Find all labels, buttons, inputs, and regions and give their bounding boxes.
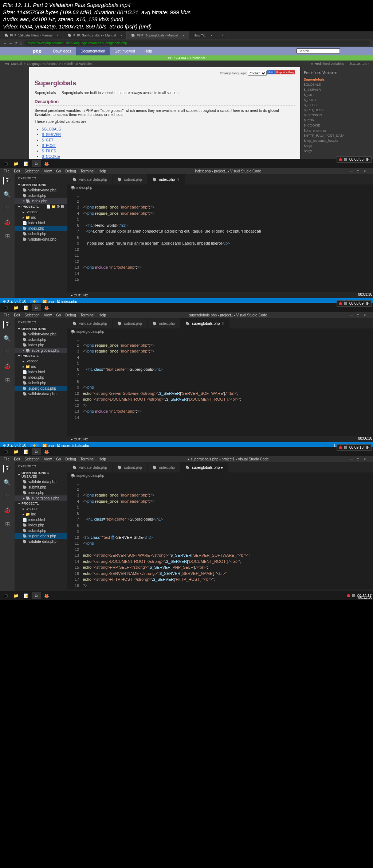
browser-tab[interactable]: 🐘 PHP: Superglobals - Manual× (127, 31, 189, 39)
menu-help[interactable]: Help (140, 47, 157, 55)
editor-tab[interactable]: 🐘 superglobals.php ● (180, 462, 228, 472)
vscode-icon[interactable]: ⧉ (32, 160, 41, 167)
tree-item[interactable]: 🐘 validate-data.php (15, 391, 67, 397)
debug-icon[interactable]: 🐞 (4, 219, 11, 226)
tree-item[interactable]: 🐘 validate-data.php (15, 237, 67, 242)
tree-item[interactable]: 🐘 submit.php (15, 380, 67, 386)
menu-view[interactable]: View (44, 457, 52, 461)
tree-item[interactable]: 🐘 submit.php (15, 528, 67, 533)
menu-documentation[interactable]: Documentation (76, 47, 109, 55)
var-link[interactable]: $_COOKIE (42, 155, 60, 159)
firefox-icon[interactable]: 🦊 (42, 592, 51, 599)
maximize-icon[interactable]: □ (357, 169, 359, 173)
tree-item[interactable]: 🐘 index.php (15, 375, 67, 380)
minimize-icon[interactable]: ─ (350, 457, 353, 461)
tree-item[interactable]: ▸ .vscode (15, 209, 67, 215)
menu-terminal[interactable]: Terminal (81, 169, 94, 173)
editor-tab[interactable]: 🐘 submit.php (113, 462, 148, 472)
menu-edit[interactable]: Edit (14, 313, 20, 317)
menu-selection[interactable]: Selection (24, 457, 39, 461)
menu-terminal[interactable]: Terminal (81, 313, 94, 317)
editor-breadcrumb[interactable]: 🐘 index.php (67, 184, 373, 191)
editor-tab[interactable]: 🐘 submit.php (113, 174, 148, 184)
sidebar-item[interactable]: $_REQUEST (304, 108, 340, 113)
app-icon[interactable]: 📝 (22, 304, 31, 311)
sidebar-item[interactable]: $php_errormsg (304, 128, 340, 133)
edit-button[interactable]: Edit (267, 70, 275, 74)
sidebar-item[interactable]: $GLOBALS (304, 82, 340, 87)
menu-go[interactable]: Go (56, 169, 61, 173)
php-logo[interactable]: php (33, 48, 42, 54)
editor-breadcrumb[interactable]: 🐘 superglobals.php (67, 328, 373, 335)
var-link[interactable]: $_SERVER (42, 133, 61, 137)
close-icon[interactable]: × (364, 313, 366, 317)
tree-item[interactable]: 📄 index.html (15, 220, 67, 226)
tab-close-icon[interactable]: × (211, 34, 212, 37)
var-link[interactable]: $_GET (42, 138, 54, 142)
editor-breadcrumb[interactable]: 🐘 superglobals.php (67, 472, 373, 479)
search-icon[interactable]: 🔍 (4, 191, 11, 198)
sidebar-item[interactable]: $_GET (304, 92, 340, 97)
stop-icon[interactable] (344, 446, 347, 449)
nav-next[interactable]: $GLOBALS » (349, 62, 369, 66)
firefox-icon[interactable]: 🦊 (42, 160, 51, 167)
sidebar-item[interactable]: $_SESSION (304, 113, 340, 118)
project-header[interactable]: ▾ PROJECT1 (15, 501, 67, 506)
vscode-icon[interactable]: ⧉ (32, 448, 41, 455)
new-tab-button[interactable]: + (217, 31, 228, 39)
minimap[interactable] (358, 479, 373, 589)
tree-item[interactable]: 🐘 index.php (15, 522, 67, 528)
var-link[interactable]: $GLOBALS (42, 127, 61, 131)
report-bug-button[interactable]: Report a Bug (275, 70, 295, 74)
editor-tab[interactable]: 🐘 validate-data.php (67, 318, 113, 328)
editor-item[interactable]: 🐘 index.php (15, 490, 67, 495)
editor-tab[interactable]: 🐘 submit.php (113, 318, 148, 328)
editor-item[interactable]: × 🐘 superglobals.php (15, 348, 67, 353)
close-icon[interactable]: × (364, 169, 366, 173)
tab-close-icon[interactable]: × (57, 34, 59, 37)
vscode-icon[interactable]: ⧉ (32, 592, 41, 599)
sidebar-item[interactable]: $http_response_header (304, 138, 340, 143)
record-toolbar-icon[interactable]: ⚙ (366, 301, 369, 305)
app-icon[interactable]: 📁 (12, 160, 20, 167)
editor-item[interactable]: 🐘 validate-data.php (15, 479, 67, 484)
editor-tab[interactable]: 🐘 validate-data.php (67, 174, 113, 184)
maximize-icon[interactable]: □ (357, 313, 359, 317)
minimap[interactable] (358, 191, 373, 292)
editor-tab[interactable]: 🐘 validate-data.php (67, 462, 113, 472)
tab-close-icon[interactable]: × (182, 34, 184, 37)
search-input[interactable] (297, 48, 340, 54)
firefox-icon[interactable]: 🦊 (42, 448, 51, 455)
minimize-icon[interactable]: ─ (350, 313, 353, 317)
scm-icon[interactable]: ⑂ (4, 349, 11, 356)
menu-downloads[interactable]: Downloads (49, 47, 75, 55)
maximize-icon[interactable]: □ (357, 457, 359, 461)
editor-tab[interactable]: 🐘 index.php (148, 462, 180, 472)
forward-icon[interactable]: → (9, 41, 12, 45)
url-input[interactable]: https://www.php.net/manual/en/language.v… (24, 40, 370, 46)
code-editor[interactable]: 1234567891011121314151617181920 <?php re… (67, 479, 373, 589)
app-icon[interactable]: 📝 (22, 160, 31, 167)
app-icon[interactable]: 📁 (12, 448, 20, 455)
menu-edit[interactable]: Edit (14, 457, 20, 461)
bc-item[interactable]: Language Reference (27, 62, 58, 66)
tree-item[interactable]: 🐘 superglobals.php (15, 386, 67, 391)
bc-item[interactable]: Predefined Variables (62, 62, 93, 66)
sidebar-item[interactable]: $argv (304, 148, 340, 153)
menu-view[interactable]: View (44, 313, 52, 317)
app-icon[interactable]: 📝 (22, 592, 31, 599)
editor-item[interactable]: ● 🐘 superglobals.php (15, 495, 67, 501)
menu-edit[interactable]: Edit (14, 169, 20, 173)
tree-item[interactable]: 🐘 validate-data.php (15, 539, 67, 544)
sidebar-item[interactable]: $_SERVER (304, 87, 340, 92)
menu-file[interactable]: File (4, 313, 9, 317)
code-content[interactable]: <?php require_once "inc/header.php";?> <… (83, 479, 358, 589)
project-header[interactable]: ▾ PROJECT1 (15, 353, 67, 358)
sidebar-item[interactable]: $_POST (304, 97, 340, 102)
tree-item[interactable]: 🐘 index.php (15, 226, 67, 231)
app-icon[interactable]: 📝 (22, 448, 31, 455)
extensions-icon[interactable]: ⊞ (4, 233, 11, 240)
code-editor[interactable]: 123456789101112131415 <?php require_once… (67, 191, 373, 292)
editor-item[interactable]: 🐘 submit.php (15, 484, 67, 490)
menu-selection[interactable]: Selection (24, 169, 39, 173)
